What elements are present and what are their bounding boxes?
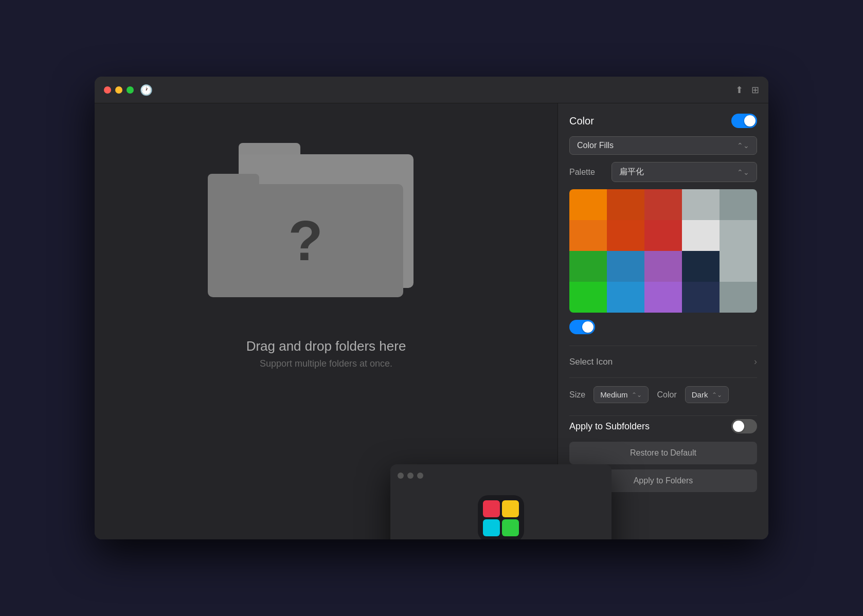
- icon-cell-red: [483, 500, 500, 517]
- subfolders-row: Apply to Subfolders: [569, 419, 757, 433]
- color-cell[interactable]: [569, 251, 607, 282]
- color-cell[interactable]: [644, 189, 682, 220]
- color-cell[interactable]: [644, 282, 682, 313]
- subfolders-toggle[interactable]: [731, 419, 757, 433]
- traffic-lights: [104, 86, 134, 94]
- subfolders-toggle-knob: [733, 421, 744, 432]
- icon-cell-yellow: [502, 500, 519, 517]
- app-icon: [478, 495, 524, 540]
- color-toggle-row: Color: [569, 114, 757, 128]
- color-cell[interactable]: [569, 189, 607, 220]
- color-toggle-knob: [744, 115, 756, 126]
- color-cell[interactable]: [682, 282, 720, 313]
- size-arrow: ⌃⌄: [632, 391, 642, 398]
- select-icon-arrow: ›: [754, 356, 757, 367]
- color-dropdown[interactable]: Dark ⌃⌄: [685, 386, 729, 403]
- folder-front: ?: [208, 174, 403, 297]
- select-icon-label: Select Icon: [569, 357, 613, 367]
- color-cell[interactable]: [720, 251, 757, 282]
- palette-value: 扁平化: [619, 167, 644, 177]
- color-cell[interactable]: [682, 251, 720, 282]
- color-label-2: Color: [657, 390, 676, 400]
- about-traffic-lights: [398, 473, 423, 479]
- main-window: 🕐 ⬆ ⊞ ?: [95, 77, 768, 539]
- size-dropdown[interactable]: Medium ⌃⌄: [594, 386, 649, 403]
- divider-3: [569, 415, 757, 416]
- icon-toggle[interactable]: [569, 320, 595, 334]
- color-arrow: ⌃⌄: [712, 391, 722, 398]
- icon-toggle-knob: [582, 321, 594, 333]
- history-icon[interactable]: 🕐: [140, 84, 153, 96]
- about-maximize[interactable]: [417, 473, 423, 479]
- color-cell[interactable]: [720, 282, 757, 313]
- color-cell[interactable]: [644, 220, 682, 251]
- title-bar: 🕐 ⬆ ⊞: [95, 77, 768, 103]
- palette-arrow: ⌃⌄: [737, 168, 749, 176]
- left-area: ? Drag and drop folders here Support mul…: [95, 103, 558, 539]
- palette-row: Palette 扁平化 ⌃⌄: [569, 162, 757, 182]
- drop-sub-label: Support multiple folders at once.: [246, 358, 406, 369]
- palette-label: Palette: [569, 168, 605, 177]
- color-cell[interactable]: [569, 220, 607, 251]
- color-cell[interactable]: [682, 220, 720, 251]
- main-content: ? Drag and drop folders here Support mul…: [95, 103, 768, 539]
- palette-dropdown[interactable]: 扁平化 ⌃⌄: [612, 162, 757, 182]
- folder-illustration: ?: [208, 143, 444, 318]
- share-icon[interactable]: ⬆: [735, 84, 743, 96]
- drop-main-label: Drag and drop folders here: [246, 338, 406, 354]
- drop-zone-text: Drag and drop folders here Support multi…: [246, 338, 406, 369]
- color-cell[interactable]: [607, 282, 644, 313]
- color-cell[interactable]: [569, 282, 607, 313]
- about-minimize[interactable]: [407, 473, 413, 479]
- size-value: Medium: [600, 390, 627, 399]
- maximize-button[interactable]: [127, 86, 134, 94]
- divider-1: [569, 346, 757, 346]
- grid-icon[interactable]: ⊞: [751, 84, 759, 96]
- color-toggle[interactable]: [731, 114, 757, 128]
- color-cell[interactable]: [644, 251, 682, 282]
- color-cell[interactable]: [682, 189, 720, 220]
- subfolders-label: Apply to Subfolders: [569, 421, 650, 432]
- about-close[interactable]: [398, 473, 404, 479]
- icon-cell-green: [502, 519, 519, 536]
- title-bar-right: ⬆ ⊞: [735, 84, 759, 96]
- select-icon-row[interactable]: Select Icon ›: [569, 349, 757, 374]
- color-grid: [569, 189, 757, 313]
- color-fills-dropdown[interactable]: Color Fills ⌃⌄: [569, 136, 757, 155]
- color-cell[interactable]: [607, 220, 644, 251]
- color-cell[interactable]: [607, 251, 644, 282]
- color-cell[interactable]: [607, 189, 644, 220]
- color-value: Dark: [692, 390, 708, 399]
- divider-2: [569, 377, 757, 378]
- close-button[interactable]: [104, 86, 111, 94]
- about-popup: Foldor Version 1.3.0 (14): [390, 464, 612, 540]
- size-label: Size: [569, 390, 585, 400]
- icon-toggle-row: [569, 320, 757, 334]
- about-titlebar: [390, 464, 612, 487]
- folder-front-body: ?: [208, 184, 403, 297]
- color-fills-label: Color Fills: [577, 141, 614, 150]
- minimize-button[interactable]: [115, 86, 122, 94]
- question-mark: ?: [288, 212, 322, 269]
- color-cell[interactable]: [720, 189, 757, 220]
- color-cell[interactable]: [720, 220, 757, 251]
- size-color-row: Size Medium ⌃⌄ Color Dark ⌃⌄: [569, 386, 757, 403]
- icon-cell-cyan: [483, 519, 500, 536]
- restore-default-button[interactable]: Restore to Default: [569, 442, 757, 464]
- color-section-label: Color: [569, 115, 594, 127]
- color-fills-arrow: ⌃⌄: [737, 141, 749, 150]
